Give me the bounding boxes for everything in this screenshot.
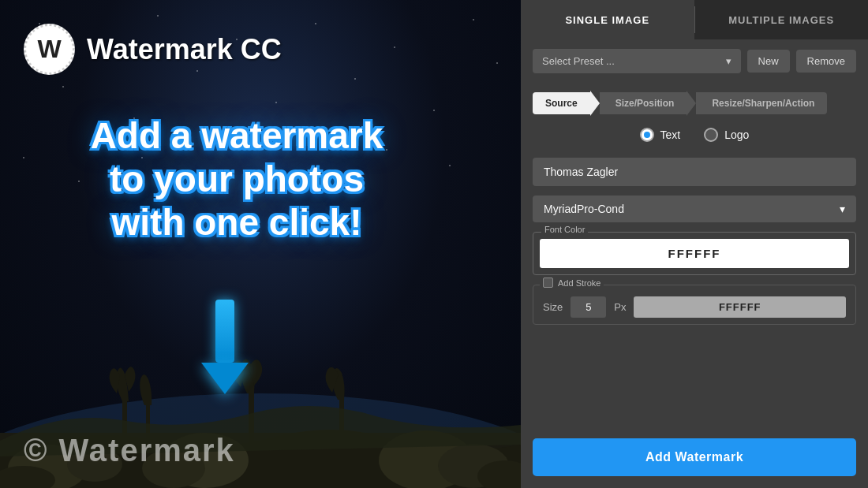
add-stroke-label: Add Stroke: [558, 278, 600, 288]
radio-text-circle: [640, 128, 654, 142]
sub-tab-source[interactable]: Source: [533, 92, 590, 114]
stroke-color-value: FFFFFF: [719, 301, 761, 313]
stroke-label-row: Add Stroke: [540, 278, 604, 288]
stroke-color-box[interactable]: FFFFFF: [634, 296, 846, 318]
font-color-value: FFFFFF: [668, 247, 721, 260]
left-panel: W Watermark CC Add a watermark to your p…: [0, 0, 521, 488]
font-name-label: MyriadPro-Cond: [544, 203, 624, 215]
radio-row: Text Logo: [521, 120, 868, 146]
bottom-watermark-text: © Watermark: [24, 433, 235, 468]
sub-tab-middle-arrow: [687, 91, 696, 116]
tab-bar: SINGLE IMAGE MULTIPLE IMAGES: [521, 0, 868, 39]
stroke-group: Add Stroke Size Px FFFFFF: [533, 285, 856, 325]
preset-row: Select Preset ... ▾ New Remove: [521, 39, 868, 83]
headline-line1: Add a watermark: [47, 114, 426, 158]
stroke-px-label: Px: [614, 301, 626, 313]
new-preset-button[interactable]: New: [747, 50, 790, 73]
app-name: Watermark CC: [87, 33, 282, 66]
font-color-label: Font Color: [541, 225, 588, 234]
font-select-dropdown[interactable]: MyriadPro-Cond ▾: [533, 196, 856, 222]
chevron-down-icon: ▾: [726, 55, 731, 67]
form-area: MyriadPro-Cond ▾ Font Color FFFFFF Add S…: [521, 146, 868, 430]
headline-line2: to your photos: [47, 158, 426, 201]
logo-letter: W: [37, 35, 61, 64]
radio-logo[interactable]: Logo: [704, 128, 749, 142]
headline-line3: with one click!: [47, 201, 426, 244]
tab-multiple-images[interactable]: MULTIPLE IMAGES: [695, 0, 869, 39]
font-chevron-icon: ▾: [840, 203, 845, 215]
stroke-controls-row: Size Px FFFFFF: [543, 296, 846, 318]
watermark-text-input[interactable]: [533, 158, 856, 186]
radio-text-label: Text: [660, 129, 681, 141]
font-color-group: Font Color FFFFFF: [533, 232, 856, 275]
sub-tab-bar: Source Size/Position Resize/Sharpen/Acti…: [521, 83, 868, 120]
tab-single-image[interactable]: SINGLE IMAGE: [521, 0, 694, 39]
headline-text: Add a watermark to your photos with one …: [47, 114, 426, 245]
remove-preset-button[interactable]: Remove: [796, 50, 856, 73]
logo-icon: W: [24, 24, 75, 75]
headline-block: Add a watermark to your photos with one …: [47, 114, 426, 245]
radio-logo-circle: [704, 128, 718, 142]
radio-text[interactable]: Text: [640, 128, 681, 142]
add-stroke-checkbox[interactable]: [543, 278, 553, 288]
stroke-size-label: Size: [543, 301, 563, 313]
logo-area: W Watermark CC: [24, 24, 282, 75]
font-color-preview[interactable]: FFFFFF: [540, 239, 849, 268]
sub-tab-size-position[interactable]: Size/Position: [600, 92, 687, 114]
stroke-size-input[interactable]: [571, 296, 606, 318]
right-panel: SINGLE IMAGE MULTIPLE IMAGES Select Pres…: [521, 0, 868, 488]
arrow-shaft: [215, 300, 234, 363]
sub-tab-source-arrow: [590, 91, 600, 116]
radio-logo-label: Logo: [724, 129, 749, 141]
arrow-head: [201, 363, 249, 394]
add-watermark-button[interactable]: Add Watermark: [533, 438, 856, 476]
preset-dropdown[interactable]: Select Preset ... ▾: [533, 49, 741, 73]
arrow-down-icon: [201, 300, 249, 394]
sub-tab-resize-sharpen[interactable]: Resize/Sharpen/Action: [696, 92, 827, 114]
